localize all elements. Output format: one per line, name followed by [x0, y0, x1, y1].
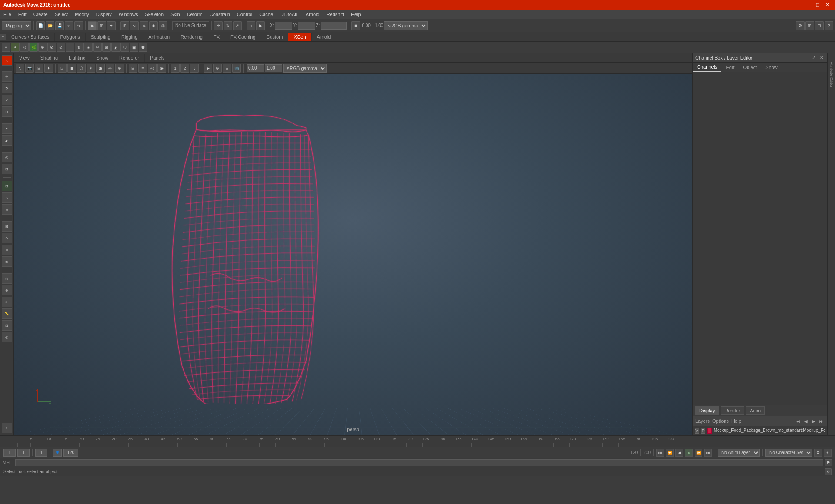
play-back-btn[interactable]: ◀ [675, 449, 683, 457]
settings-btn-1[interactable]: ⚙ [796, 21, 805, 30]
menu-skeleton[interactable]: Skeleton [141, 10, 167, 18]
show-manipulator[interactable]: ◎ [2, 152, 12, 162]
tab-xgen[interactable]: XGen [288, 33, 311, 41]
minimize-button[interactable]: ─ [805, 2, 812, 8]
current-frame-input[interactable] [17, 449, 30, 457]
vp-textured[interactable]: ⬡ [77, 64, 86, 73]
attribute-editor-strip[interactable]: Attribute Editor [827, 53, 835, 435]
vp-select-obj[interactable]: ↖ [16, 64, 24, 73]
vp-menu-renderer[interactable]: Renderer [114, 54, 145, 62]
lasso-select-btn[interactable]: ⊞ [97, 21, 106, 30]
menu-3dtoall[interactable]: -3DtoAll- [277, 10, 302, 18]
cb-close-btn[interactable]: ✕ [818, 55, 825, 61]
cb-tab-show[interactable]: Show [761, 63, 782, 71]
snap-surface-btn[interactable]: ◉ [149, 21, 158, 30]
select-tool[interactable]: ↖ [2, 55, 12, 66]
cb-layer-fwd1[interactable]: ▶ [811, 418, 817, 424]
cb-layer-fwd2[interactable]: ⏭ [818, 418, 825, 424]
menu-create[interactable]: Create [30, 10, 51, 18]
xgen-tool-7[interactable]: ↕ [66, 43, 74, 52]
last-tool[interactable]: ⊡ [2, 164, 12, 174]
xgen-tool-6[interactable]: ⊙ [57, 43, 65, 52]
redo-btn[interactable]: ↪ [74, 21, 83, 30]
xgen-tool-5[interactable]: ⊗ [47, 43, 56, 52]
vp-xray[interactable]: ◎ [148, 64, 157, 73]
open-scene-btn[interactable]: 📂 [46, 21, 54, 30]
xgen-tool-11[interactable]: ⊞ [102, 43, 111, 52]
menu-cache[interactable]: Cache [256, 10, 277, 18]
xgen-tool-14[interactable]: ▣ [130, 43, 138, 52]
tab-sculpting[interactable]: Sculpting [86, 33, 116, 41]
menu-file[interactable]: File [0, 10, 15, 18]
layer-color-swatch[interactable] [707, 428, 712, 434]
vp-lights[interactable]: ☀ [87, 64, 95, 73]
tab-panel-btn[interactable]: ≡ [0, 34, 6, 40]
menu-skin[interactable]: Skin [167, 10, 183, 18]
menu-redshift[interactable]: Redshift [323, 10, 347, 18]
gamma-input[interactable] [265, 64, 282, 72]
symmetry-btn[interactable]: ⊕ [2, 285, 12, 295]
menu-control[interactable]: Control [234, 10, 256, 18]
x-field[interactable] [275, 22, 292, 30]
z-field[interactable] [321, 22, 347, 30]
vp-select-all[interactable]: ⊞ [35, 64, 43, 73]
play-fwd-btn[interactable]: ▶ [685, 449, 693, 457]
close-button[interactable]: ✕ [824, 2, 832, 8]
vp-menu-shading[interactable]: Shading [35, 54, 63, 62]
step-fwd-btn[interactable]: ⏩ [695, 449, 702, 457]
tab-animation[interactable]: Animation [143, 33, 175, 41]
save-scene-btn[interactable]: 💾 [55, 21, 64, 30]
xgen-tool-10[interactable]: ⧉ [93, 43, 102, 52]
menu-help[interactable]: Help [347, 10, 364, 18]
move-tool-btn[interactable]: ✛ [214, 21, 223, 30]
cb-dtab-render[interactable]: Render [721, 406, 744, 415]
y-field[interactable] [298, 22, 315, 30]
new-scene-btn[interactable]: 📄 [36, 21, 45, 30]
display-layer-btn[interactable]: ⊞ [2, 181, 12, 191]
rigging-dropdown[interactable]: Rigging [2, 21, 31, 30]
live-surface-btn[interactable]: No Live Surface [172, 21, 209, 30]
layer-visibility[interactable]: V [695, 428, 699, 434]
snap-point-btn[interactable]: ◈ [140, 21, 148, 30]
viewport-canvas[interactable]: persp X Y [14, 74, 692, 435]
snap-grid-btn[interactable]: ⊞ [120, 21, 129, 30]
menu-select[interactable]: Select [51, 10, 72, 18]
vp-camera2[interactable]: 📹 [232, 64, 241, 73]
xgen-tool-2[interactable]: ◎ [20, 43, 29, 52]
tab-arnold[interactable]: Arnold [312, 33, 337, 41]
shelf-toggle[interactable]: ≡ [2, 43, 10, 52]
tab-fx-caching[interactable]: FX Caching [225, 33, 261, 41]
xgen-tool-15[interactable]: ⬢ [139, 43, 147, 52]
cb-tab-channels[interactable]: Channels [693, 63, 721, 72]
rotate-tool[interactable]: ↻ [2, 83, 12, 93]
cb-float-btn[interactable]: ↗ [811, 55, 817, 61]
status-settings-btn[interactable]: ⚙ [825, 468, 832, 475]
script-btn[interactable]: ▶ [825, 459, 832, 466]
vp-camera[interactable]: 📷 [25, 64, 34, 73]
gamma-select[interactable]: sRGB gamma [384, 21, 428, 30]
timeline-area[interactable]: // Will be rendered via JS below 5101520… [0, 435, 835, 447]
vp-grid[interactable]: ⊞ [129, 64, 137, 73]
start-frame-input[interactable] [3, 449, 16, 457]
char-set-options-btn[interactable]: ⚙ [814, 449, 822, 457]
tab-rigging[interactable]: Rigging [116, 33, 143, 41]
paint-select-btn[interactable]: ✦ [107, 21, 116, 30]
tab-polygons[interactable]: Polygons [55, 33, 85, 41]
menu-deform[interactable]: Deform [184, 10, 206, 18]
snap-to-view[interactable]: ◉ [2, 256, 12, 267]
vp-render-btn[interactable]: ▶ [204, 64, 212, 73]
vp-res-high[interactable]: 3 [190, 64, 199, 73]
scale-tool-btn[interactable]: ⤢ [233, 21, 242, 30]
menu-arnold[interactable]: Arnold [302, 10, 323, 18]
render-layer-btn[interactable]: ▷ [2, 192, 12, 203]
grease-pencil-btn[interactable]: ✏ [2, 297, 12, 307]
snap-curve-btn[interactable]: ∿ [130, 21, 139, 30]
scale-tool[interactable]: ⤢ [2, 95, 12, 105]
rotate-tool-btn[interactable]: ↻ [224, 21, 232, 30]
end-frame-input[interactable] [63, 449, 78, 457]
xray-btn[interactable]: ⊡ [2, 320, 12, 331]
settings-btn-3[interactable]: ⊡ [815, 21, 824, 30]
move-tool[interactable]: ✛ [2, 71, 12, 82]
vp-menu-panels[interactable]: Panels [145, 54, 170, 62]
xgen-tool-3[interactable]: 🌿 [29, 43, 38, 52]
